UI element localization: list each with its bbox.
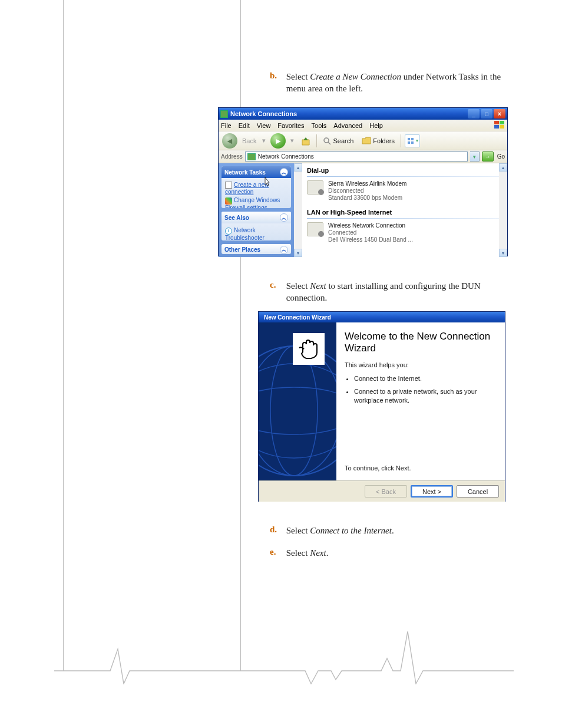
tasks-panel-header[interactable]: Network Tasks ︽ (222, 166, 291, 178)
svg-point-13 (270, 346, 318, 476)
wizard-heading: Welcome to the New Connection Wizard (345, 331, 497, 354)
steps-de: d. Select Connect to the Internet. e. Se… (270, 525, 511, 570)
collapse-icon[interactable]: ︽ (280, 246, 288, 254)
go-button[interactable]: → (482, 151, 494, 162)
menu-edit[interactable]: Edit (239, 122, 250, 129)
svg-rect-3 (500, 125, 504, 129)
back-label: Back (241, 137, 257, 144)
svg-rect-6 (408, 138, 410, 140)
address-bar: Address Network Connections ▾ → Go (219, 150, 507, 163)
new-connection-wizard-window: New Connection Wizard Welcome to the New… (258, 311, 505, 502)
side-panel: Network Tasks ︽ Create a new connection … (219, 163, 294, 257)
svg-line-5 (328, 142, 330, 144)
wizard-content: Welcome to the New Connection Wizard Thi… (336, 322, 505, 480)
windows-flag-icon (494, 121, 505, 129)
left-scrollbar[interactable]: ▴▾ (294, 163, 302, 257)
menu-advanced[interactable]: Advanced (333, 122, 362, 129)
wizard-hand-icon (293, 333, 325, 365)
collapse-icon[interactable]: ︽ (280, 168, 288, 176)
wizard-title: New Connection Wizard (260, 314, 503, 321)
close-button[interactable]: × (494, 109, 505, 118)
wizard-button-bar: < Back Next > Cancel (259, 480, 505, 502)
svg-rect-0 (494, 121, 499, 124)
step-d-text: Select Connect to the Internet. (286, 525, 510, 536)
step-c-letter: c. (270, 280, 284, 290)
menu-tools[interactable]: Tools (312, 122, 327, 129)
wizard-bullet-2: Connect to a private network, such as yo… (354, 387, 497, 404)
window-title: Network Connections (230, 110, 468, 117)
svg-rect-8 (408, 141, 410, 144)
left-margin-rule (63, 0, 64, 671)
minimize-button[interactable]: _ (468, 109, 480, 118)
svg-rect-7 (411, 138, 414, 140)
step-b: b. Select Create a New Connection under … (270, 71, 511, 106)
address-icon (247, 153, 256, 160)
right-scrollbar[interactable]: ▴▾ (499, 163, 507, 257)
lan-header: LAN or High-Speed Internet (307, 209, 503, 216)
dialup-header: Dial-up (307, 167, 503, 174)
ecg-footer-decoration (54, 625, 514, 684)
wireless-icon (307, 222, 323, 236)
wizard-continue: To continue, click Next. (345, 465, 411, 472)
troubleshooter-link[interactable]: iNetwork Troubleshooter (225, 227, 287, 241)
lan-item[interactable]: Wireless Network Connection Connected De… (307, 222, 503, 243)
up-button[interactable] (299, 134, 313, 148)
modem-icon (307, 180, 323, 195)
network-connections-window: Network Connections _ □ × File Edit View… (218, 107, 508, 256)
menu-favorites[interactable]: Favorites (277, 122, 304, 129)
wizard-sidebar (259, 322, 336, 480)
wizard-intro: This wizard helps you: (345, 361, 497, 368)
address-dropdown[interactable]: ▾ (470, 151, 480, 162)
dialup-item[interactable]: Sierra Wireless Airlink Modem Disconnect… (307, 180, 503, 202)
maximize-button[interactable]: □ (481, 109, 492, 118)
forward-button[interactable]: ► (270, 133, 286, 149)
back-button[interactable]: ◄ (222, 133, 237, 149)
step-e-letter: e. (270, 547, 284, 557)
cancel-button[interactable]: Cancel (457, 485, 499, 498)
back-button: < Back (365, 485, 407, 498)
window-icon (220, 110, 228, 118)
svg-rect-1 (500, 121, 504, 124)
main-content: Dial-up Sierra Wireless Airlink Modem Di… (302, 163, 507, 257)
menu-help[interactable]: Help (369, 122, 383, 129)
step-c-text: Select Next to start installing and conf… (286, 280, 510, 304)
address-label: Address (221, 153, 243, 160)
menu-view[interactable]: View (257, 122, 271, 129)
step-c: c. Select Next to start installing and c… (270, 280, 511, 315)
step-d-letter: d. (270, 525, 284, 535)
step-e-text: Select Next. (286, 547, 510, 559)
other-panel-header[interactable]: Other Places ︽ (222, 244, 291, 254)
svg-rect-2 (494, 125, 499, 129)
wizard-titlebar[interactable]: New Connection Wizard (259, 312, 505, 322)
step-b-text: Select Create a New Connection under Net… (286, 71, 510, 95)
titlebar[interactable]: Network Connections _ □ × (219, 108, 507, 120)
collapse-icon[interactable]: ︽ (280, 213, 288, 222)
go-label: Go (496, 153, 505, 160)
menu-bar: File Edit View Favorites Tools Advanced … (219, 120, 507, 131)
create-connection-link[interactable]: Create a new connection (225, 182, 287, 196)
address-input[interactable]: Network Connections (245, 151, 468, 162)
firewall-link[interactable]: Change Windows Firewall settings (225, 197, 287, 208)
mid-margin-rule (240, 0, 241, 671)
svg-point-4 (324, 138, 329, 143)
svg-rect-9 (411, 141, 414, 144)
folders-button[interactable]: Folders (359, 137, 397, 144)
menu-file[interactable]: File (221, 122, 232, 129)
wizard-bullet-1: Connect to the Internet. (354, 374, 497, 383)
step-b-letter: b. (270, 71, 284, 81)
toolbar: ◄ Back ▾ ► ▾ Search Folders (219, 131, 507, 150)
search-button[interactable]: Search (320, 137, 356, 145)
views-button[interactable]: ▾ (405, 134, 420, 147)
next-button[interactable]: Next > (411, 485, 453, 498)
seealso-panel-header[interactable]: See Also ︽ (222, 212, 291, 223)
